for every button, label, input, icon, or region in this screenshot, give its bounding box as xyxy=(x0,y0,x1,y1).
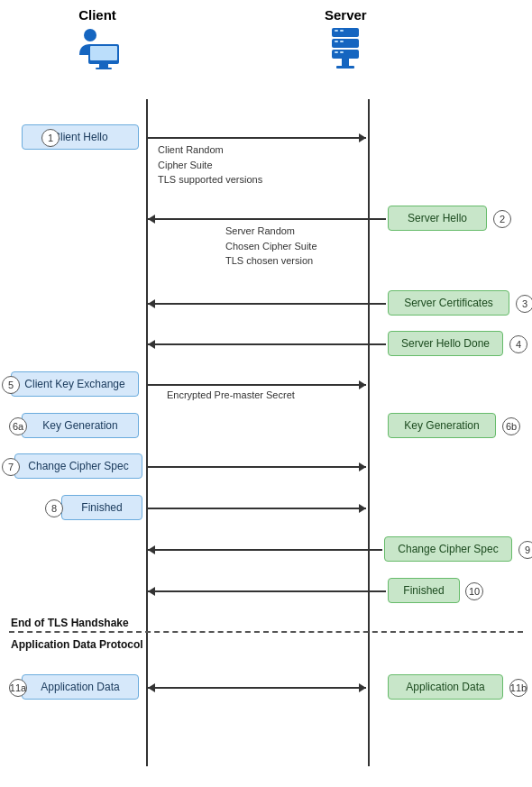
step-5-num: 5 xyxy=(2,376,20,394)
app-protocol-label: Application Data Protocol xyxy=(11,638,143,651)
change-cipher-server-box: Change Cipher Spec xyxy=(384,536,512,562)
arrow-server-certs xyxy=(148,303,386,305)
svg-rect-15 xyxy=(336,66,354,69)
svg-point-0 xyxy=(84,29,96,41)
step-10-num: 10 xyxy=(465,582,483,600)
step-1-num: 1 xyxy=(41,129,60,147)
svg-rect-4 xyxy=(96,68,112,69)
step-9-num: 9 xyxy=(518,541,532,559)
arrow-app-data xyxy=(148,687,366,689)
finished-client-box: Finished xyxy=(61,495,142,520)
end-handshake-label: End of TLS Handshake xyxy=(11,617,129,629)
step-2-num: 2 xyxy=(493,210,511,228)
step-7-num: 7 xyxy=(2,458,20,476)
arrow-change-cipher-server xyxy=(148,549,382,551)
arrow-key-exchange xyxy=(148,384,366,386)
tls-diagram: Client Server xyxy=(0,0,532,787)
arrow-finished-client xyxy=(148,508,366,509)
step-4-num: 4 xyxy=(509,335,527,353)
step-11a-num: 11a xyxy=(9,679,27,697)
arrow-server-hello-done xyxy=(148,343,386,345)
step-8-num: 8 xyxy=(45,499,63,517)
step-6a-num: 6a xyxy=(9,417,27,435)
server-header: Server xyxy=(325,7,367,76)
step-11b-num: 11b xyxy=(509,679,527,697)
svg-rect-10 xyxy=(340,41,344,42)
svg-rect-3 xyxy=(99,64,108,68)
svg-rect-11 xyxy=(332,50,359,59)
server-icon xyxy=(327,26,363,76)
server-hello-box: Server Hello xyxy=(388,206,487,231)
key-gen-client-box: Key Generation xyxy=(22,413,139,438)
app-data-server-box: Application Data xyxy=(388,674,503,700)
arrow-server-hello xyxy=(148,218,386,220)
app-data-client-box: Application Data xyxy=(22,674,139,700)
svg-rect-13 xyxy=(340,51,344,53)
server-certs-box: Server Certificates xyxy=(388,290,509,316)
client-hello-box: Client Hello xyxy=(22,124,139,150)
svg-rect-14 xyxy=(342,59,349,66)
change-cipher-client-box: Change Cipher Spec xyxy=(14,453,142,479)
arrow-change-cipher-client xyxy=(148,466,366,468)
svg-rect-7 xyxy=(340,30,344,32)
svg-rect-5 xyxy=(332,28,359,37)
client-header: Client xyxy=(72,7,123,71)
handshake-divider xyxy=(9,631,523,633)
svg-rect-9 xyxy=(335,41,338,42)
key-exchange-label: Encrypted Pre-master Secret xyxy=(167,389,295,400)
finished-server-box: Finished xyxy=(388,578,460,603)
svg-rect-2 xyxy=(90,46,117,60)
step-6b-num: 6b xyxy=(502,417,520,435)
server-hello-label: Server Random Chosen Cipher Suite TLS ch… xyxy=(225,224,317,269)
client-timeline xyxy=(146,99,148,766)
arrow-finished-server xyxy=(148,590,386,592)
svg-rect-12 xyxy=(335,51,338,53)
arrow-client-hello xyxy=(148,137,366,139)
client-key-exchange-box: Client Key Exchange xyxy=(11,371,139,397)
client-label: Client xyxy=(78,7,116,23)
key-gen-server-box: Key Generation xyxy=(388,413,496,438)
server-label: Server xyxy=(325,7,367,23)
client-icon xyxy=(72,26,123,71)
step-3-num: 3 xyxy=(516,295,532,313)
server-hello-done-box: Server Hello Done xyxy=(388,331,503,356)
server-timeline xyxy=(368,99,370,766)
svg-rect-6 xyxy=(335,30,338,32)
svg-rect-8 xyxy=(332,39,359,48)
client-hello-label: Client Random Cipher Suite TLS supported… xyxy=(158,142,262,188)
